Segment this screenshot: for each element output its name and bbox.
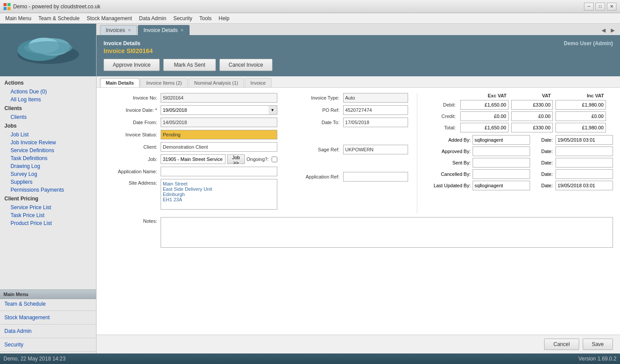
menu-data[interactable]: Data Admin: [136, 14, 170, 23]
invoice-action-buttons: Approve Invoice Mark As Sent Cancel Invo…: [104, 59, 613, 71]
sidebar-item-job-list[interactable]: Job List: [0, 131, 96, 139]
menu-tools[interactable]: Tools: [196, 14, 215, 23]
debit-inc-vat[interactable]: [555, 100, 606, 110]
total-label: Total:: [423, 125, 458, 130]
sidebar-item-all-log[interactable]: All Log Items: [0, 96, 96, 103]
app-ref-row: Application Ref:: [286, 172, 408, 182]
sidebar-item-survey-log[interactable]: Survey Log: [0, 170, 96, 178]
approved-by-input[interactable]: [473, 146, 530, 156]
sidebar-item-service-def[interactable]: Service Definitions: [0, 146, 96, 154]
close-button[interactable]: ✕: [607, 3, 616, 11]
tab-invoice-details-label: Invoice Details: [143, 27, 178, 33]
total-vat[interactable]: [511, 123, 553, 132]
sidebar-menu-stock[interactable]: Stock Management: [0, 313, 96, 322]
cancelled-date-input[interactable]: [555, 169, 613, 179]
inner-tab-invoice[interactable]: Invoice: [245, 78, 272, 87]
debit-vat[interactable]: [511, 100, 553, 110]
last-updated-label: Last Updated By:: [423, 183, 471, 188]
sidebar-menu-data[interactable]: Data Admin: [0, 326, 96, 336]
menu-main[interactable]: Main Menu: [2, 14, 35, 23]
inc-vat-header: Inc VAT: [555, 93, 606, 98]
sidebar-item-actions-due[interactable]: Actions Due (0): [0, 88, 96, 96]
approve-invoice-button[interactable]: Approve Invoice: [104, 59, 160, 71]
maximize-button[interactable]: □: [595, 3, 605, 11]
sidebar-item-permissions[interactable]: Permissions Payments: [0, 186, 96, 194]
last-updated-date-label: Date:: [532, 183, 554, 188]
sidebar-item-job-invoice-review[interactable]: Job Invoice Review: [0, 139, 96, 146]
sage-ref-input[interactable]: [343, 145, 408, 154]
tab-bar: Invoices ✕ Invoice Details ✕ ◀ ▶: [97, 24, 620, 36]
tab-invoices[interactable]: Invoices ✕: [100, 25, 137, 35]
app-ref-input[interactable]: [343, 172, 408, 182]
sidebar-item-service-price[interactable]: Service Price List: [0, 203, 96, 211]
sidebar-menu-team[interactable]: Team & Schedule: [0, 299, 96, 309]
last-updated-input[interactable]: [473, 181, 530, 190]
date-from-input[interactable]: [161, 118, 277, 127]
job-navigate-button[interactable]: Job >>: [227, 154, 245, 164]
menu-team[interactable]: Team & Schedule: [35, 14, 83, 23]
save-button[interactable]: Save: [583, 339, 613, 350]
sidebar-item-suppliers[interactable]: Suppliers: [0, 178, 96, 186]
inner-tab-bar: Main Details Invoice Items (2) Nominal A…: [97, 76, 620, 88]
last-updated-date-input[interactable]: [555, 181, 613, 190]
date-to-input[interactable]: [343, 118, 408, 127]
debit-exc-vat[interactable]: [460, 100, 509, 110]
app-name-input[interactable]: [161, 167, 277, 176]
tab-invoice-details-close[interactable]: ✕: [180, 28, 184, 32]
added-date-input[interactable]: [555, 135, 613, 145]
mark-as-sent-button[interactable]: Mark As Sent: [163, 59, 216, 71]
tab-invoice-details[interactable]: Invoice Details ✕: [138, 25, 190, 35]
notes-textarea[interactable]: [161, 217, 613, 248]
invoice-type-input[interactable]: [343, 93, 408, 103]
credit-label: Credit:: [423, 114, 458, 119]
credit-exc-vat[interactable]: [460, 111, 509, 121]
sent-date-input[interactable]: [555, 158, 613, 168]
total-inc-vat[interactable]: [555, 123, 606, 132]
bottom-buttons: Cancel Save: [97, 335, 620, 353]
sent-by-input[interactable]: [473, 158, 530, 168]
menu-stock[interactable]: Stock Management: [83, 14, 135, 23]
tab-next-arrow[interactable]: ▶: [609, 27, 616, 33]
inner-tab-nominal[interactable]: Nominal Analysis (1): [189, 78, 244, 87]
sidebar-item-product-price[interactable]: Product Price List: [0, 219, 96, 227]
approved-date-input[interactable]: [555, 146, 613, 156]
inner-tab-main-details[interactable]: Main Details: [100, 78, 140, 87]
menu-security[interactable]: Security: [170, 14, 196, 23]
po-ref-input[interactable]: [343, 105, 408, 115]
menu-bar: Main Menu Team & Schedule Stock Manageme…: [0, 13, 620, 24]
invoice-status-input[interactable]: [161, 130, 277, 139]
invoice-date-input[interactable]: [161, 105, 269, 115]
client-input[interactable]: [161, 142, 277, 152]
sidebar-item-clients[interactable]: Clients: [0, 113, 96, 121]
invoice-date-picker[interactable]: ▼: [269, 105, 277, 115]
invoice-no-input[interactable]: [161, 93, 277, 103]
site-address-wrapper: Main Street East Side Delivery Unit Edin…: [161, 179, 277, 211]
sidebar-item-drawing-log[interactable]: Drawing Log: [0, 162, 96, 170]
site-address-textarea[interactable]: Main Street East Side Delivery Unit Edin…: [161, 179, 277, 210]
credit-inc-vat[interactable]: [555, 111, 606, 121]
cancel-button[interactable]: Cancel: [544, 339, 579, 350]
job-input[interactable]: [161, 154, 226, 164]
total-exc-vat[interactable]: [460, 123, 509, 132]
invoice-no-row: Invoice No:: [104, 93, 277, 103]
svg-rect-1: [7, 3, 11, 6]
date-to-label: Date To:: [286, 120, 343, 125]
cancelled-by-input[interactable]: [473, 169, 530, 179]
ongoing-checkbox[interactable]: [272, 157, 277, 162]
cancel-invoice-button[interactable]: Cancel Invoice: [219, 59, 272, 71]
invoice-no-label: Invoice No:: [104, 95, 161, 100]
sidebar-menu-security[interactable]: Security: [0, 340, 96, 350]
sidebar-item-task-def[interactable]: Task Definitions: [0, 154, 96, 162]
tab-invoices-close[interactable]: ✕: [128, 28, 131, 32]
spacer-row: [286, 130, 408, 142]
tab-prev-arrow[interactable]: ◀: [600, 27, 607, 33]
job-row: Job: Job >> Ongoing?:: [104, 154, 277, 164]
inner-tab-invoice-items[interactable]: Invoice Items (2): [140, 78, 187, 87]
sidebar-menu-header: Main Menu: [0, 289, 96, 299]
sidebar-item-task-price[interactable]: Task Price List: [0, 211, 96, 219]
added-by-input[interactable]: [473, 135, 530, 145]
po-ref-label: PO Ref:: [286, 107, 343, 113]
credit-vat[interactable]: [511, 111, 553, 121]
menu-help[interactable]: Help: [215, 14, 233, 23]
minimize-button[interactable]: ─: [584, 3, 594, 11]
